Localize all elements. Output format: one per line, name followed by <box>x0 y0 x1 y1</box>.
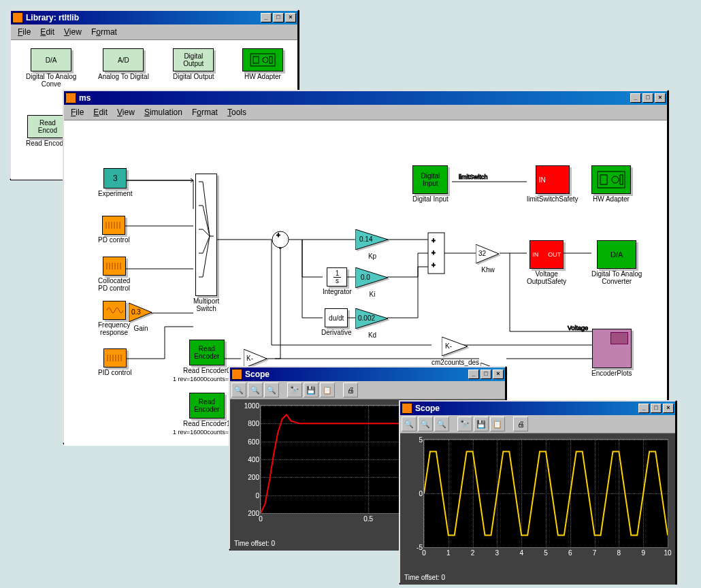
experiment-const[interactable]: 3 Experiment <box>98 168 133 197</box>
scope1-titlebar[interactable]: Scope _ □ × <box>230 368 505 381</box>
scope2-status: Time offset: 0 <box>400 571 675 585</box>
minimize-button[interactable]: _ <box>638 404 649 413</box>
khw-gain[interactable]: 32 Khw <box>476 244 500 274</box>
freq-resp-src[interactable]: Frequency response <box>98 301 130 336</box>
autoscale-icon[interactable]: 🔭 <box>287 382 302 397</box>
svg-rect-3 <box>270 56 272 63</box>
svg-rect-23 <box>600 175 607 184</box>
pid-src[interactable]: PID control <box>98 348 131 376</box>
maximize-button[interactable]: □ <box>480 370 491 379</box>
menu-view[interactable]: View <box>113 106 139 118</box>
zoom-in-icon[interactable]: 🔍 <box>402 416 417 431</box>
ki-gain[interactable]: 0.0 Ki <box>355 267 389 298</box>
scope2-title: Scope <box>415 404 638 413</box>
app-icon <box>65 93 76 103</box>
lib-block-ad[interactable]: A/D Analog To Digital <box>98 48 149 80</box>
maximize-button[interactable]: □ <box>651 404 662 413</box>
svg-text:+: + <box>431 237 436 244</box>
svg-text:32: 32 <box>478 250 487 257</box>
integrator[interactable]: 1s Integrator <box>323 267 352 295</box>
menu-format[interactable]: Format <box>87 26 121 38</box>
menu-edit[interactable]: Edit <box>36 26 59 38</box>
autoscale-icon[interactable]: 🔭 <box>457 416 472 431</box>
hw-adapter[interactable]: HW Adapter <box>591 165 631 203</box>
svg-text:+: + <box>431 249 436 257</box>
svg-text:+: + <box>431 261 436 269</box>
maximize-button[interactable]: □ <box>273 13 284 22</box>
print-icon[interactable]: 🖨 <box>343 382 358 397</box>
scope2-window: Scope _ □ × 🔍 🔍 🔍 🔭 💾 📋 🖨 50-50123456789… <box>399 400 676 584</box>
save-icon[interactable]: 💾 <box>474 416 489 431</box>
params-icon[interactable]: 📋 <box>320 382 335 397</box>
app-icon <box>12 12 23 23</box>
zoom-y-icon[interactable]: 🔍 <box>434 416 449 431</box>
lib-block-digout[interactable]: Digital Output Digital Output <box>173 48 214 80</box>
svg-rect-22 <box>598 172 625 188</box>
close-button[interactable]: × <box>655 93 666 103</box>
svg-point-4 <box>272 231 289 248</box>
zoom-in-icon[interactable]: 🔍 <box>231 382 246 397</box>
svg-text:Voltage: Voltage <box>568 325 588 331</box>
menu-format[interactable]: Format <box>188 106 222 118</box>
svg-text:0.002: 0.002 <box>358 314 375 322</box>
svg-text:0.3: 0.3 <box>131 308 141 316</box>
limit-switch-safety[interactable]: IN limitSwitchSafety <box>527 165 578 203</box>
cm2counts-des[interactable]: K- cm2counts_des <box>431 337 479 366</box>
scope1-toolbar: 🔍 🔍 🔍 🔭 💾 📋 🖨 <box>230 381 505 399</box>
save-icon[interactable]: 💾 <box>304 382 319 397</box>
params-icon[interactable]: 📋 <box>490 416 505 431</box>
svg-rect-1 <box>253 56 259 63</box>
lib-block-da[interactable]: D/A Digital To Analog Conve <box>26 48 76 88</box>
scope2-plot: 50-5012345678910 <box>400 434 675 571</box>
menu-file[interactable]: File <box>14 26 35 38</box>
svg-rect-7 <box>428 233 444 274</box>
model-titlebar[interactable]: ms _ □ × <box>64 91 667 105</box>
minimize-button[interactable]: _ <box>630 93 641 103</box>
menu-view[interactable]: View <box>60 26 86 38</box>
svg-text:0.14: 0.14 <box>359 235 373 243</box>
digital-input[interactable]: Digital Input Digital Input <box>412 165 449 203</box>
multiport-switch[interactable]: Multiport Switch <box>193 174 219 312</box>
hw-adapter-icon <box>249 52 276 67</box>
close-button[interactable]: × <box>285 13 296 22</box>
menu-simulation[interactable]: Simulation <box>140 106 186 118</box>
maximize-button[interactable]: □ <box>642 93 653 103</box>
lib-block-hw[interactable]: HW Adapter <box>242 48 283 80</box>
svg-point-2 <box>263 57 268 63</box>
kp-gain[interactable]: 0.14 Kp <box>355 229 389 260</box>
scope2-toolbar: 🔍 🔍 🔍 🔭 💾 📋 🖨 <box>400 415 675 434</box>
menu-edit[interactable]: Edit <box>89 106 112 118</box>
scope-icon <box>231 369 242 380</box>
derivative[interactable]: du/dt Derivative <box>321 308 351 336</box>
zoom-x-icon[interactable]: 🔍 <box>418 416 433 431</box>
close-button[interactable]: × <box>493 370 504 379</box>
scope-icon <box>402 403 412 414</box>
svg-text:+: + <box>276 231 280 239</box>
zoom-y-icon[interactable]: 🔍 <box>264 382 279 397</box>
gain-fr[interactable]: 0.3 Gain <box>129 303 153 332</box>
voltage-output-safety[interactable]: INOUT Voltage OutputSafety <box>527 240 566 285</box>
library-titlebar[interactable]: Library: rtltlib _ □ × <box>11 11 297 24</box>
menu-file[interactable]: File <box>67 106 88 118</box>
hw-adapter-icon <box>596 170 626 189</box>
svg-text:K-: K- <box>246 355 253 362</box>
minimize-button[interactable]: _ <box>261 13 272 22</box>
svg-point-24 <box>612 176 619 183</box>
encoder-plots[interactable]: EncoderPlots <box>591 329 632 377</box>
kd-gain[interactable]: 0.002 Kd <box>355 308 389 339</box>
minimize-button[interactable]: _ <box>468 370 479 379</box>
coll-pd-src[interactable]: Collocated PD control <box>98 257 130 292</box>
svg-text:K-: K- <box>445 342 452 350</box>
pd-control-src[interactable]: PD control <box>98 216 130 244</box>
svg-rect-25 <box>620 175 623 184</box>
menu-tools[interactable]: Tools <box>223 106 250 118</box>
print-icon[interactable]: 🖨 <box>513 416 528 431</box>
svg-text:-: - <box>279 244 281 251</box>
da-converter[interactable]: D/A Digital To Analog Converter <box>591 240 642 285</box>
scope2-titlebar[interactable]: Scope _ □ × <box>400 402 675 415</box>
zoom-x-icon[interactable]: 🔍 <box>248 382 263 397</box>
close-button[interactable]: × <box>663 404 674 413</box>
wire-label: limitSwitch <box>459 174 488 180</box>
library-menubar: File Edit View Format <box>11 24 297 40</box>
scope1-title: Scope <box>245 370 468 379</box>
